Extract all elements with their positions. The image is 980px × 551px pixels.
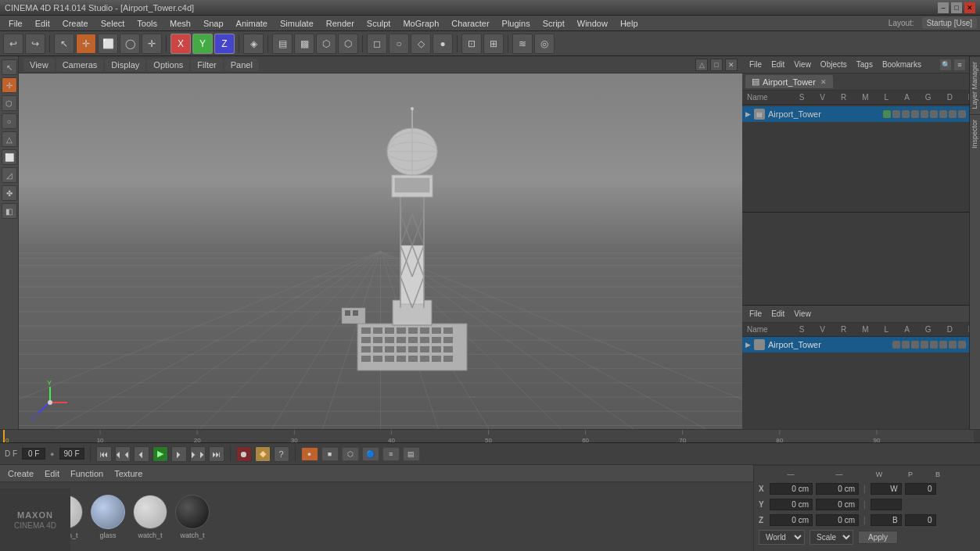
coord-p-field[interactable] bbox=[905, 483, 936, 495]
mat-texture-menu[interactable]: Texture bbox=[111, 467, 145, 480]
coord-world-select[interactable]: World Object bbox=[759, 530, 805, 545]
go-to-end-button[interactable]: ⏭ bbox=[209, 446, 224, 462]
menu-animate[interactable]: Animate bbox=[231, 17, 273, 30]
scale-tool-button[interactable]: ⬜ bbox=[98, 34, 118, 54]
coord-y3-field[interactable] bbox=[871, 499, 902, 510]
coord-scale-select[interactable]: Scale bbox=[809, 530, 853, 545]
coord-z1-field[interactable] bbox=[770, 514, 813, 526]
airport-tower-tab[interactable]: ▤ Airport_Tower ✕ bbox=[745, 75, 833, 88]
current-frame-value[interactable]: 0 F bbox=[22, 448, 45, 460]
coord-y2-field[interactable] bbox=[816, 499, 859, 510]
right-tab-layer-manager[interactable]: Layer Manager bbox=[970, 56, 980, 114]
obj-bookmarks-menu[interactable]: Bookmarks bbox=[878, 59, 925, 70]
props-row-airport-tower[interactable]: ▶ Airport_Tower bbox=[742, 337, 969, 352]
prev-frame-button[interactable]: ⏴⏴ bbox=[115, 446, 131, 462]
coord-x2-field[interactable] bbox=[816, 483, 859, 495]
right-tab-inspector[interactable]: Inspector bbox=[970, 114, 980, 153]
z-axis-button[interactable]: Z bbox=[214, 34, 235, 54]
object-mode-button[interactable]: ◈ bbox=[243, 34, 264, 54]
obj-search-button[interactable]: 🔍 bbox=[939, 59, 952, 71]
menu-select[interactable]: Select bbox=[95, 17, 131, 30]
menu-script[interactable]: Script bbox=[537, 17, 570, 30]
coord-x1-field[interactable] bbox=[770, 483, 813, 495]
mat-edit-menu[interactable]: Edit bbox=[41, 467, 63, 480]
left-tool-cube[interactable]: ⬜ bbox=[2, 149, 17, 165]
target-button[interactable]: ◎ bbox=[534, 34, 555, 54]
step-back-button[interactable]: ⏴ bbox=[134, 446, 149, 462]
obj-row-airport-tower[interactable]: ▶ ▤ Airport_Tower bbox=[742, 106, 969, 122]
grid-button[interactable]: ⊞ bbox=[483, 34, 504, 54]
viewport-close-button[interactable]: ✕ bbox=[725, 59, 738, 71]
props-file-menu[interactable]: File bbox=[745, 308, 766, 320]
snap-button[interactable]: ⊡ bbox=[461, 34, 482, 54]
left-tool-plane[interactable]: ◿ bbox=[2, 167, 17, 183]
viewport-minimize-button[interactable]: △ bbox=[695, 59, 708, 71]
render-region-button[interactable]: ▤ bbox=[272, 34, 293, 54]
minimize-button[interactable]: – bbox=[938, 2, 949, 13]
coord-apply-button[interactable]: Apply bbox=[858, 531, 898, 544]
rotate-tool-button[interactable]: ◯ bbox=[120, 34, 140, 54]
obj-options-button[interactable]: ≡ bbox=[953, 59, 966, 71]
record-button[interactable]: ⏺ bbox=[236, 446, 252, 462]
autokey-button[interactable]: ? bbox=[274, 446, 289, 462]
keyframe-button[interactable]: ◆ bbox=[255, 446, 271, 462]
left-tool-arrow[interactable]: ↖ bbox=[2, 59, 17, 75]
left-tool-deform[interactable]: ◧ bbox=[2, 203, 17, 219]
menu-plugins[interactable]: Plugins bbox=[497, 17, 536, 30]
obj-objects-menu[interactable]: Objects bbox=[817, 59, 851, 70]
y-axis-button[interactable]: Y bbox=[192, 34, 213, 54]
interactive-render-button[interactable]: ⬡ bbox=[338, 34, 358, 54]
coord-z2-field[interactable] bbox=[816, 514, 859, 526]
left-tool-box[interactable]: ⬡ bbox=[2, 95, 17, 111]
left-tool-spline[interactable]: ✤ bbox=[2, 185, 17, 201]
menu-snap[interactable]: Snap bbox=[198, 17, 229, 30]
airport-tower-tab-close[interactable]: ✕ bbox=[820, 78, 827, 86]
menu-tools[interactable]: Tools bbox=[131, 17, 163, 30]
left-tool-sphere[interactable]: ○ bbox=[2, 113, 17, 129]
transform-tool-button[interactable]: ✛ bbox=[142, 34, 162, 54]
menu-mograph[interactable]: MoGraph bbox=[397, 17, 444, 30]
transport-mode-3[interactable]: ⬡ bbox=[342, 447, 359, 461]
viewport-tab-options[interactable]: Options bbox=[147, 59, 189, 71]
play-button[interactable]: ▶ bbox=[153, 446, 168, 462]
step-forward-button[interactable]: ⏵ bbox=[171, 446, 187, 462]
light-button[interactable]: ◻ bbox=[367, 34, 387, 54]
menu-edit[interactable]: Edit bbox=[30, 17, 56, 30]
x-axis-button[interactable]: X bbox=[171, 34, 191, 54]
next-frame-button[interactable]: ⏵⏵ bbox=[190, 446, 206, 462]
timeline-ruler[interactable]: 0 10 20 30 40 50 60 70 bbox=[3, 430, 974, 442]
viewport-canvas[interactable]: Perspective bbox=[19, 73, 742, 429]
obj-view-menu[interactable]: View bbox=[790, 59, 815, 70]
viewport-tab-cameras[interactable]: Cameras bbox=[56, 59, 104, 71]
move-tool-button[interactable]: ✛ bbox=[76, 34, 96, 54]
props-view-menu[interactable]: View bbox=[790, 308, 815, 320]
viewport-tab-panel[interactable]: Panel bbox=[224, 59, 259, 71]
obj-tags-menu[interactable]: Tags bbox=[853, 59, 877, 70]
menu-simulate[interactable]: Simulate bbox=[275, 17, 319, 30]
left-tool-cone[interactable]: △ bbox=[2, 131, 17, 147]
render-all-button[interactable]: ⬡ bbox=[316, 34, 336, 54]
obj-edit-menu[interactable]: Edit bbox=[767, 59, 788, 70]
render-view-button[interactable]: ▩ bbox=[294, 34, 314, 54]
transport-mode-6[interactable]: ▤ bbox=[403, 447, 420, 461]
menu-window[interactable]: Window bbox=[572, 17, 613, 30]
layout-selector[interactable]: Startup [Use] bbox=[922, 17, 977, 29]
end-frame-value[interactable]: 90 F bbox=[59, 448, 84, 460]
select-tool-button[interactable]: ↖ bbox=[54, 34, 74, 54]
camera-button[interactable]: ○ bbox=[389, 34, 409, 54]
viewport-tab-filter[interactable]: Filter bbox=[191, 59, 222, 71]
maximize-button[interactable]: □ bbox=[951, 2, 962, 13]
viewport-tab-display[interactable]: Display bbox=[105, 59, 145, 71]
floor-button[interactable]: ◇ bbox=[411, 34, 431, 54]
close-button[interactable]: ✕ bbox=[964, 2, 975, 13]
menu-help[interactable]: Help bbox=[615, 17, 644, 30]
transport-mode-2[interactable]: ■ bbox=[321, 447, 339, 461]
material-watch-t3[interactable]: watch_t bbox=[175, 495, 210, 539]
go-to-start-button[interactable]: ⏮ bbox=[96, 446, 112, 462]
transport-mode-1[interactable]: ● bbox=[301, 447, 318, 461]
material-watch-t2[interactable]: watch_t bbox=[133, 495, 167, 539]
transport-mode-5[interactable]: ≡ bbox=[382, 447, 400, 461]
menu-sculpt[interactable]: Sculpt bbox=[361, 17, 397, 30]
redo-button[interactable]: ↪ bbox=[25, 34, 45, 54]
transport-mode-4[interactable]: 🔵 bbox=[362, 447, 379, 461]
